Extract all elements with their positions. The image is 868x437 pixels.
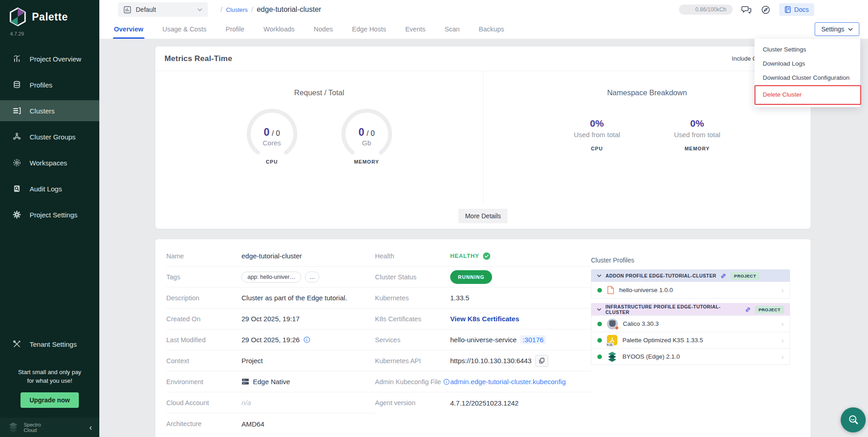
cpu-caption: CPU [245,159,299,165]
tab-profile[interactable]: Profile [225,19,245,39]
info-icon[interactable] [443,379,450,385]
upgrade-now-button[interactable]: Upgrade now [21,392,79,408]
layer-name: BYOOS (Edge) 2.1.0 [622,353,680,360]
project-chart-icon [123,6,131,14]
cluster-details-card: Name edge-tutorial-cluster Tags app: hel… [155,239,811,437]
tag-pill: app: hello-univer… [241,272,301,283]
created-on-value: 29 Oct 2025, 19:17 [241,315,300,323]
app-version: 4.7.29 [0,26,99,36]
namespace-cpu-stat: 0% Used from total CPU [563,118,631,151]
tag-more-pill[interactable]: … [305,272,320,283]
book-icon [785,6,791,13]
status-dot [597,338,602,343]
status-dot [597,355,602,359]
service-port-link[interactable]: :30176 [520,335,546,344]
settings-button[interactable]: Settings [815,22,859,36]
include-toggle-label: Include C [732,55,757,62]
chevron-right-icon: › [781,286,784,294]
cloud-account-value: n/a [241,399,251,406]
tab-edge-hosts[interactable]: Edge Hosts [351,19,387,39]
layer-name: hello-universe 1.0.0 [619,287,673,293]
layer-name: Palette Optimized K3S 1.33.5 [622,337,703,344]
chevron-down-icon [597,308,601,311]
chevron-down-icon [597,274,601,277]
addon-profile-header[interactable]: ADDON PROFILE EDGE-TUTORIAL-CLUSTER PROJ… [591,269,790,282]
edge-native-icon [241,378,249,385]
search-smile-icon [847,414,860,427]
chevron-down-icon [848,28,853,31]
memory-caption: MEMORY [340,159,394,165]
footer-brand-line: Cloud [24,427,41,433]
breadcrumb-clusters-link[interactable]: Clusters [226,6,248,13]
collapse-sidebar-icon[interactable]: ‹ [89,423,92,432]
project-scope-badge: PROJECT [730,272,760,280]
project-selector-value: Default [136,6,156,13]
kubeconfig-download-link[interactable]: admin.edge-tutorial-cluster.kubeconfig [450,378,565,386]
sidebar-item-project-overview[interactable]: Project Overview [0,48,99,69]
cpu-total-value: / 0 [272,129,280,137]
project-scope-badge: PROJECT [755,306,784,314]
profile-layer-k3s[interactable]: K3S Palette Optimized K3S 1.33.5 › [591,332,790,349]
more-details-button[interactable]: More Details [458,209,508,223]
field-label: Context [166,357,241,365]
gear-icon [12,210,22,220]
infrastructure-profile-block: INFRASTRUCTURE PROFILE EDGE-TUTORIAL-CLU… [591,303,790,365]
profile-layer-hello-universe[interactable]: hello-universe 1.0.0 › [591,282,790,298]
cpu-percent: 0% [563,118,631,129]
tab-scan[interactable]: Scan [444,19,461,39]
field-label: Agent version [375,399,450,406]
sidebar-item-workspaces[interactable]: Workspaces [0,152,99,173]
sidebar-item-project-settings[interactable]: Project Settings [0,204,99,225]
footer-brand-line: Spectro [24,422,41,427]
detail-row-kubernetes: Kubernetes 1.33.5 [375,288,591,308]
field-label: Name [166,252,241,260]
field-label: Health [375,252,450,260]
sidebar-item-clusters[interactable]: Clusters [0,100,99,121]
sidebar-nav: Project Overview Profiles Clusters [0,48,99,230]
help-search-fab[interactable] [841,407,866,432]
architecture-value: AMD64 [241,420,264,428]
promo-line: Start small and only pay [0,368,99,376]
detail-row-health: Health HEALTHY [375,246,591,267]
chat-icon[interactable] [741,4,752,15]
sidebar-item-cluster-groups[interactable]: Cluster Groups [0,126,99,147]
chevron-right-icon: › [781,320,784,328]
info-icon[interactable] [303,336,310,343]
sidebar-item-tenant-settings[interactable]: Tenant Settings [0,334,99,355]
docs-button[interactable]: Docs [779,3,814,16]
upgrade-promo: Start small and only pay for what you us… [0,368,99,385]
field-label: Services [375,336,450,344]
status-dot [597,288,602,293]
tab-workloads[interactable]: Workloads [262,19,295,39]
addon-profile-name: ADDON PROFILE EDGE-TUTORIAL-CLUSTER [606,273,716,278]
detail-row-services: Services hello-universe-service :30176 [375,329,591,350]
tools-icon [12,339,22,349]
sidebar-item-audit-logs[interactable]: Audit Logs [0,178,99,199]
palette-logo-icon [9,7,26,26]
tab-backups[interactable]: Backups [478,19,505,39]
menu-item-cluster-settings[interactable]: Cluster Settings [755,42,860,57]
profile-layer-byoos[interactable]: BYOOS (Edge) 2.1.0 › [591,348,790,365]
details-middle-column: Health HEALTHY Cluster Status RUNNING Ku… [375,246,591,437]
brand-header: Palette [0,0,99,26]
compass-icon[interactable] [760,4,771,15]
project-selector[interactable]: Default [118,2,208,17]
profile-layer-calico[interactable]: Calico 3.30.3 › [591,315,790,332]
cpu-stat-label: CPU [563,146,631,151]
menu-item-download-cluster-configuration[interactable]: Download Cluster Configuration [755,71,860,85]
link-icon [745,307,751,313]
field-label: Cluster Status [375,273,450,281]
tab-usage-costs[interactable]: Usage & Costs [162,19,208,39]
infrastructure-profile-header[interactable]: INFRASTRUCTURE PROFILE EDGE-TUTORIAL-CLU… [591,303,790,316]
promo-line: for what you use! [0,376,99,385]
tab-events[interactable]: Events [404,19,426,39]
menu-item-download-logs[interactable]: Download Logs [755,57,860,71]
tab-nodes[interactable]: Nodes [313,19,334,39]
copy-button[interactable] [535,355,548,367]
tab-overview[interactable]: Overview [113,19,144,39]
field-label: Environment [166,378,241,386]
view-certificates-link[interactable]: View K8s Certificates [450,315,519,323]
sidebar-item-label: Cluster Groups [30,133,76,141]
sidebar-item-profiles[interactable]: Profiles [0,74,99,95]
menu-item-delete-cluster[interactable]: Delete Cluster [755,87,860,102]
